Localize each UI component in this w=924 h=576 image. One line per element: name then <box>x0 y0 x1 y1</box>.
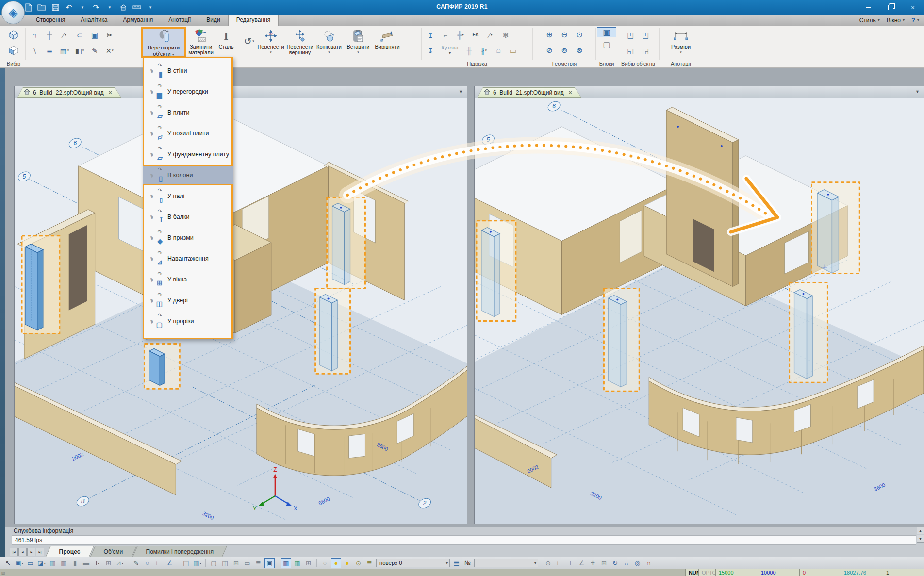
rotate-view-icon[interactable]: ↻ <box>610 558 620 568</box>
close-tab-icon[interactable]: × <box>569 89 572 96</box>
restore-button[interactable] <box>879 0 902 15</box>
dimensions-button[interactable]: Розміри ▾ <box>661 27 701 55</box>
mesh-view-icon[interactable]: ⊞ <box>303 558 314 568</box>
viewport-3d-left[interactable]: 6 5 В 2 <box>15 98 467 524</box>
cut-line-icon[interactable]: ∦▾ <box>477 43 491 58</box>
array-icon[interactable]: ▦▾ <box>57 43 72 58</box>
ribbon-tab-4[interactable]: Анотації <box>161 15 198 26</box>
ribbon-tab-3[interactable]: Армування <box>116 15 161 26</box>
convert-objects-button[interactable]: Перетворити об'єкти ▾ <box>141 27 186 58</box>
menu-item-prism[interactable]: ◗↷◆В призми <box>144 227 231 248</box>
select-column-icon[interactable]: ◳ <box>639 28 653 42</box>
next-tab-button[interactable]: ▸ <box>27 548 35 556</box>
selected-column[interactable] <box>477 221 516 321</box>
floor-selector[interactable]: поверх 0▾ <box>376 559 450 567</box>
view-box-icon[interactable]: ▣ <box>264 558 275 568</box>
menu-item-door[interactable]: ◗↷◫У двері <box>144 290 231 311</box>
layers-icon[interactable]: ≣ <box>451 558 462 568</box>
filter-window-icon[interactable]: ⊞ <box>103 558 114 568</box>
zoom-icon[interactable]: ◎ <box>632 558 643 568</box>
selected-column[interactable] <box>315 289 350 374</box>
gear-trim-icon[interactable]: ✻ <box>498 28 513 42</box>
corner-icon[interactable]: ∟ <box>153 558 164 568</box>
filter-load-icon[interactable]: ⊿▾ <box>115 558 125 568</box>
menu-item-foundation-slab[interactable]: ◗↷▱У фундаментну плиту <box>144 144 231 165</box>
window-menu[interactable]: Вікно▾ <box>887 17 905 24</box>
merge-icon[interactable]: ⊙ <box>572 28 587 42</box>
layer-visibility-icon[interactable]: ≣ <box>364 558 375 568</box>
bulb-icon[interactable]: ● <box>342 558 352 568</box>
circle-icon[interactable]: ○ <box>142 558 152 568</box>
grid-icon[interactable]: ▦▾ <box>192 558 202 568</box>
align-lines-icon[interactable]: ≣ <box>42 43 57 58</box>
app-logo-icon[interactable]: ◈ <box>1 1 25 24</box>
region-icon[interactable]: ▣ <box>87 28 102 42</box>
bulb-off-icon[interactable]: ○ <box>320 558 330 568</box>
menu-item-window[interactable]: ◗↷⊞У вікна <box>144 269 231 290</box>
slice-icon[interactable]: ⊗ <box>572 43 587 58</box>
last-tab-button[interactable]: ▸| <box>36 548 44 556</box>
snap-cross-icon[interactable]: + <box>588 558 598 568</box>
minimize-button[interactable] <box>857 0 879 15</box>
arc-roof-icon[interactable]: ⌂ <box>491 43 506 58</box>
align-button[interactable]: Вирівняти <box>373 27 402 49</box>
view-quad-icon[interactable]: ⊞ <box>231 558 241 568</box>
bulb-on-icon[interactable]: ● <box>331 558 341 568</box>
wall-section-icon[interactable]: ▥ <box>292 558 302 568</box>
cursor-icon[interactable]: ↖ <box>3 558 13 568</box>
style-menu[interactable]: Стиль▾ <box>859 17 880 24</box>
menu-item-slab[interactable]: ◗↷▱В плити <box>144 102 231 123</box>
select-face-cube-icon[interactable] <box>6 43 21 58</box>
tab-errors[interactable]: Помилки і попередження <box>133 546 228 557</box>
exclude-icon[interactable]: ⊘ <box>542 43 557 58</box>
extend-up-icon[interactable]: ↥ <box>423 28 438 42</box>
magnet-icon[interactable]: ∩ <box>644 558 654 568</box>
snap-angle-icon[interactable]: ∠ <box>577 558 587 568</box>
select-above-icon[interactable]: ◰ <box>624 28 638 42</box>
filter-slab-icon[interactable]: ▬ <box>81 558 91 568</box>
first-tab-button[interactable]: |◂ <box>10 548 18 556</box>
object-visibility-icon[interactable]: ⊙ <box>353 558 363 568</box>
ribbon-tab-6[interactable]: Редагування <box>228 15 279 26</box>
erase-icon[interactable]: ∖ <box>27 43 42 58</box>
menu-item-wall[interactable]: ◗↷▮В стіни <box>144 60 231 81</box>
selected-column[interactable] <box>327 197 365 289</box>
offset-icon[interactable]: ⊂ <box>72 28 87 42</box>
tab-process[interactable]: Процес <box>46 546 94 557</box>
view-wide-icon[interactable]: ▭ <box>242 558 252 568</box>
rename-fa-icon[interactable]: FA <box>468 28 483 42</box>
move-vertex-button[interactable]: Перенести вершину <box>285 27 314 55</box>
cross-trim-icon[interactable]: ╋▾ <box>453 28 468 42</box>
tab-volumes[interactable]: Об'єми <box>90 546 136 557</box>
paste-button[interactable]: Вставити ▾ <box>344 27 373 55</box>
help-menu[interactable]: ?▾ <box>911 16 919 24</box>
view-split-icon[interactable]: ◫ <box>220 558 230 568</box>
document-tab-right[interactable]: 6_Build_21.spf:Общий вид × <box>478 87 581 98</box>
select-below-icon[interactable]: ◱ <box>624 43 638 58</box>
wall-view-icon[interactable]: ▥ <box>281 558 291 568</box>
select-cube-icon[interactable] <box>6 28 21 42</box>
union-icon[interactable]: ⊕ <box>542 28 557 42</box>
filter-column-icon[interactable]: ▮ <box>70 558 80 568</box>
corner-trim-button[interactable]: Кутова ▾ <box>438 45 462 56</box>
ribbon-tab-1[interactable]: Створення <box>28 15 73 26</box>
overlap-icon[interactable]: ⊚ <box>557 43 572 58</box>
slope-icon[interactable]: ∕▾ <box>57 28 72 42</box>
selected-column[interactable] <box>604 289 639 392</box>
rotate-button[interactable]: ↺▾ <box>242 34 256 49</box>
filter-wall-icon[interactable]: ▥ <box>59 558 69 568</box>
close-button[interactable]: × <box>902 0 924 15</box>
slab-strip-icon[interactable]: ▭ <box>506 43 520 58</box>
document-tab-left[interactable]: 6_Build_22.spf:Общий вид × <box>17 87 121 98</box>
select-face-icon[interactable]: ◪▾ <box>36 558 47 568</box>
mirror-icon[interactable]: ◧▾ <box>72 43 87 58</box>
scroll-down-icon[interactable]: ▼ <box>917 535 924 543</box>
polyline-icon[interactable]: ∠ <box>165 558 175 568</box>
window-list-chevron-icon[interactable]: ▼ <box>459 89 463 94</box>
pencil-icon[interactable]: ✎ <box>131 558 141 568</box>
eyedropper-icon[interactable]: ✎ <box>87 43 102 58</box>
menu-item-load[interactable]: ◗↷⊿Навантаження <box>144 248 231 269</box>
viewport-3d-right[interactable]: 6 5 <box>475 98 924 524</box>
move-button[interactable]: XY Перенести ▾ <box>256 27 285 55</box>
scissors-icon[interactable]: ✂ <box>102 28 117 42</box>
